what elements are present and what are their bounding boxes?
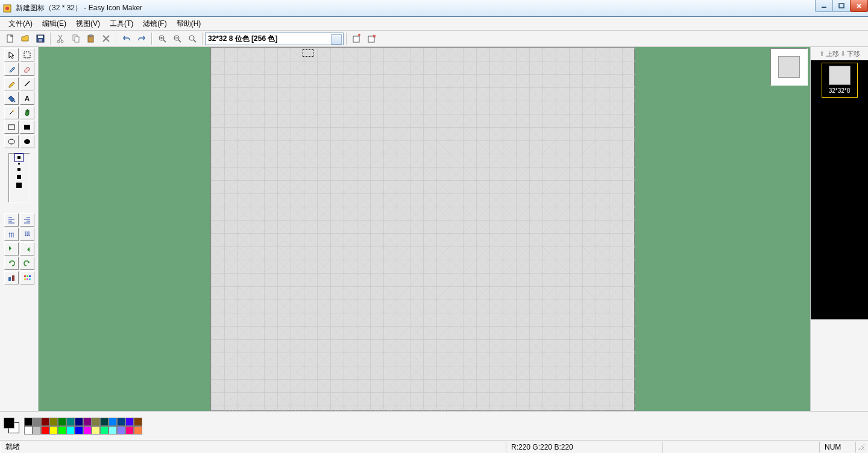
palette-color[interactable]	[108, 426, 117, 434]
menu-filter[interactable]: 滤镜(F)	[138, 17, 171, 30]
redo-button[interactable]	[134, 32, 148, 45]
fg-bg-swatch[interactable]	[4, 418, 20, 434]
brush-size-4[interactable]	[17, 175, 21, 179]
move-down-label[interactable]: 下移	[847, 49, 860, 58]
pointer-tool[interactable]	[4, 48, 19, 61]
zoom-in-button[interactable]	[155, 32, 169, 45]
copy-button[interactable]	[69, 32, 83, 45]
brush-size-1[interactable]	[17, 156, 20, 159]
palette-color[interactable]	[92, 426, 100, 434]
ellipse-fill-tool[interactable]	[20, 135, 34, 148]
open-button[interactable]	[18, 32, 32, 45]
move-up-label[interactable]: 上移	[826, 49, 839, 58]
add-format-button[interactable]	[350, 32, 363, 45]
palette-color[interactable]	[24, 418, 33, 426]
brush-size-3[interactable]	[17, 168, 20, 171]
palette-color[interactable]	[134, 426, 142, 434]
save-button[interactable]	[33, 32, 47, 45]
palette-color[interactable]	[75, 418, 83, 426]
menu-view[interactable]: 视图(V)	[71, 17, 105, 30]
align-right-button[interactable]	[20, 213, 34, 227]
palette-color[interactable]	[33, 418, 41, 426]
hand-tool[interactable]	[20, 106, 34, 119]
palette-color[interactable]	[83, 418, 92, 426]
size-format-select[interactable]: 32*32 8 位色 [256 色]	[205, 33, 344, 45]
rect-outline-tool[interactable]	[4, 121, 19, 134]
effects-button[interactable]	[4, 271, 19, 284]
delete-button[interactable]	[99, 32, 113, 45]
paste-button[interactable]	[84, 32, 98, 45]
palette-color[interactable]	[83, 426, 92, 434]
palette-color[interactable]	[125, 426, 134, 434]
tool-palette: A	[0, 47, 39, 411]
palette-color[interactable]	[41, 426, 49, 434]
remove-format-button[interactable]	[365, 32, 379, 45]
format-thumb[interactable]: 32*32*8	[822, 63, 858, 98]
rotate-right-button[interactable]	[20, 257, 34, 270]
close-button[interactable]	[850, 0, 868, 12]
svg-rect-34	[211, 48, 635, 411]
eraser-tool[interactable]	[20, 63, 34, 76]
minimize-button[interactable]	[815, 0, 833, 12]
zoom-out-button[interactable]	[170, 32, 184, 45]
text-tool[interactable]: A	[20, 92, 34, 105]
pencil-tool[interactable]	[4, 77, 19, 90]
new-button[interactable]	[3, 32, 17, 45]
palette-color[interactable]	[134, 418, 142, 426]
toolbar-separator	[50, 33, 51, 45]
preview-image	[778, 56, 800, 78]
palette-color[interactable]	[92, 418, 100, 426]
palette-color[interactable]	[24, 426, 33, 434]
align-left-button[interactable]	[4, 213, 19, 227]
palette-color[interactable]	[125, 418, 134, 426]
eyedropper-tool[interactable]	[4, 63, 19, 76]
svg-rect-23	[24, 125, 30, 130]
fill-tool[interactable]	[4, 92, 19, 105]
foreground-color[interactable]	[4, 418, 14, 428]
palette-color[interactable]	[108, 418, 117, 426]
palette-color[interactable]	[33, 426, 41, 434]
svg-rect-22	[8, 125, 14, 130]
rect-fill-tool[interactable]	[20, 121, 34, 134]
canvas[interactable]	[210, 47, 635, 411]
menu-help[interactable]: 帮助(H)	[172, 17, 206, 30]
brush-size-5[interactable]	[16, 183, 22, 188]
svg-rect-28	[24, 275, 26, 277]
palette-color[interactable]	[100, 418, 108, 426]
toolbar-separator	[151, 33, 152, 45]
shift-down-button[interactable]	[20, 228, 34, 241]
palette-color[interactable]	[49, 426, 58, 434]
palette-color[interactable]	[100, 426, 108, 434]
cut-button[interactable]	[54, 32, 68, 45]
shift-up-button[interactable]	[4, 228, 19, 241]
select-rect-tool[interactable]	[20, 48, 34, 61]
color-adjust-button[interactable]	[20, 271, 34, 284]
palette-color[interactable]	[41, 418, 49, 426]
palette-color[interactable]	[58, 426, 66, 434]
rotate-left-button[interactable]	[4, 257, 19, 270]
menu-file[interactable]: 文件(A)	[4, 17, 37, 30]
brush-size-2[interactable]	[18, 163, 20, 165]
zoom-fit-button[interactable]	[185, 32, 199, 45]
line-tool[interactable]	[20, 77, 34, 90]
maximize-button[interactable]	[832, 0, 851, 12]
canvas-area[interactable]	[39, 47, 810, 411]
menu-edit[interactable]: 编辑(E)	[37, 17, 71, 30]
palette-color[interactable]	[117, 418, 125, 426]
ellipse-outline-tool[interactable]	[4, 135, 19, 148]
palette-color[interactable]	[58, 418, 66, 426]
magic-wand-tool[interactable]	[4, 106, 19, 119]
arrow-up-icon: ⬆	[819, 50, 825, 58]
undo-button[interactable]	[119, 32, 133, 45]
flip-vertical-button[interactable]	[20, 242, 34, 256]
palette-color[interactable]	[75, 426, 83, 434]
resize-grip-icon[interactable]	[856, 442, 867, 453]
palette-color[interactable]	[66, 426, 75, 434]
menu-tools[interactable]: 工具(T)	[105, 17, 138, 30]
palette-color[interactable]	[49, 418, 58, 426]
svg-rect-30	[29, 275, 31, 277]
palette-color[interactable]	[66, 418, 75, 426]
flip-horizontal-button[interactable]	[4, 242, 19, 256]
toolbar-separator	[346, 33, 347, 45]
palette-color[interactable]	[117, 426, 125, 434]
